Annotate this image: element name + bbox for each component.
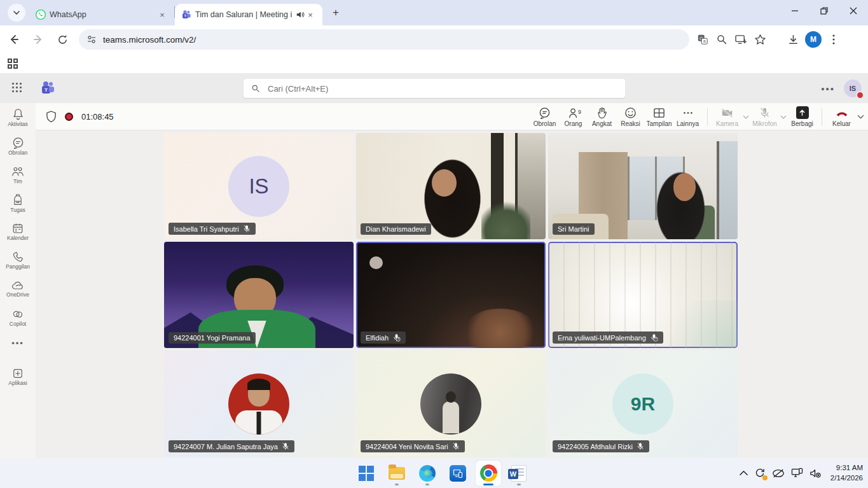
tab-close-icon[interactable]: ×	[305, 9, 316, 20]
window-controls	[780, 0, 868, 22]
edge-button[interactable]	[415, 461, 440, 486]
chat-button[interactable]: Obrolan	[530, 103, 559, 130]
view-label: Tampilan	[646, 120, 672, 127]
chrome-icon	[480, 464, 497, 482]
leave-options-chevron[interactable]	[857, 114, 864, 120]
window-minimize-button[interactable]	[780, 0, 809, 22]
taskbar-clock[interactable]: 9:31 AM 2/14/2026	[830, 463, 863, 483]
browser-toolbar: teams.microsoft.com/v2/ Ga M	[0, 25, 868, 53]
window-close-button[interactable]	[839, 0, 868, 22]
camera-button[interactable]: Kamera	[713, 103, 741, 130]
participant-tile-sri[interactable]: Sri Martini	[548, 133, 738, 239]
sidebar-item-panggilan[interactable]: Panggilan	[0, 246, 36, 275]
sidebar-item-copilot[interactable]: Copilot	[0, 303, 36, 332]
participant-tile-yeni[interactable]: 94224004 Yeni Novita Sari	[356, 351, 546, 457]
mic-status-unknown-icon: ?	[650, 333, 658, 342]
sidebar-item-onedrive[interactable]: OneDrive	[0, 275, 36, 303]
site-settings-icon[interactable]	[86, 34, 97, 45]
participant-tile-afdhalul[interactable]: 9R 94224005 Afdhalul Rizki	[548, 351, 738, 457]
calendar-icon	[12, 223, 24, 234]
bookmark-star-icon[interactable]	[750, 30, 769, 49]
microphone-options-chevron[interactable]	[780, 114, 787, 120]
sidebar-label: Tugas	[10, 207, 25, 213]
sidebar-item-kalender[interactable]: Kalender	[0, 218, 36, 246]
edge-icon	[419, 465, 436, 482]
teams-profile-avatar[interactable]: IS	[844, 80, 862, 97]
sidebar-item-tugas[interactable]: Tugas	[0, 189, 36, 218]
window-restore-button[interactable]	[809, 0, 839, 22]
more-label: Lainnya	[677, 120, 699, 127]
participant-tile-erna[interactable]: Erna yuliwati-UMPalembang ?	[548, 242, 738, 348]
app-launcher-waffle-icon[interactable]	[12, 83, 24, 94]
avatar-initials: IS	[228, 156, 289, 217]
leave-button[interactable]: Keluar	[827, 103, 856, 130]
sidebar-label: Copilot	[10, 321, 26, 327]
browser-menu-kebab-icon[interactable]	[824, 30, 843, 49]
sidebar-item-aktivitas[interactable]: Aktivitas	[0, 103, 36, 132]
avatar-photo	[420, 373, 481, 435]
tab-whatsapp-title: WhatsApp	[50, 10, 153, 19]
teams-search-bar[interactable]	[244, 79, 625, 98]
folder-icon	[389, 467, 405, 480]
participant-tile-julian[interactable]: 94224007 M. Julian Saputra Jaya	[164, 351, 354, 457]
more-button[interactable]: Lainnya	[673, 103, 702, 130]
sidebar-item-obrolan[interactable]: Obrolan	[0, 132, 36, 160]
raise-hand-button[interactable]: Angkat	[588, 103, 616, 130]
people-button[interactable]: 9 Orang	[559, 103, 588, 130]
downloads-icon[interactable]	[783, 30, 803, 49]
tray-chevron-icon[interactable]	[740, 470, 748, 476]
device-app-button[interactable]	[445, 461, 471, 486]
privacy-eye-off-icon[interactable]	[772, 468, 785, 478]
browser-profile-avatar[interactable]: M	[805, 31, 822, 48]
participant-tile-yogi[interactable]: 94224001 Yogi Pramana	[164, 242, 354, 348]
teams-more-menu[interactable]: •••	[821, 83, 835, 94]
audio-muted-icon[interactable]	[809, 468, 822, 478]
microphone-button[interactable]: Mikrofon	[750, 103, 779, 130]
chat-icon	[539, 107, 551, 119]
teams-avatar-initials: IS	[850, 85, 856, 92]
tab-whatsapp[interactable]: WhatsApp ×	[29, 4, 174, 25]
sidebar-item-tim[interactable]: Tim	[0, 160, 36, 189]
camera-options-chevron[interactable]	[743, 114, 749, 120]
teams-sidebar: Aktivitas Obrolan Tim Tugas Kalender Pan…	[0, 103, 36, 458]
participant-tile-elfidiah[interactable]: Elfidiah ?	[356, 242, 546, 348]
tab-search-chevron-icon[interactable]	[8, 4, 25, 22]
tab-close-icon[interactable]: ×	[156, 9, 168, 20]
pc-devices-icon[interactable]	[791, 468, 803, 478]
sidebar-label: Panggilan	[6, 263, 30, 270]
zoom-search-icon[interactable]	[712, 30, 731, 49]
presence-busy-badge	[856, 91, 864, 99]
reactions-button[interactable]: Reaksi	[616, 103, 645, 130]
participant-nametag: 94224001 Yogi Pramana	[169, 332, 256, 344]
chrome-button[interactable]	[476, 461, 501, 486]
file-explorer-button[interactable]	[384, 461, 410, 486]
video-art	[462, 309, 538, 348]
start-button[interactable]	[354, 461, 379, 486]
participant-name: Isabella Tri Syahputri	[174, 225, 239, 233]
view-button[interactable]: Tampilan	[645, 103, 673, 130]
apps-grid-icon[interactable]	[8, 59, 18, 69]
participant-nametag: Isabella Tri Syahputri	[169, 223, 256, 235]
back-button[interactable]	[4, 29, 24, 50]
avatar-initials: 9R	[612, 373, 673, 435]
sync-update-icon[interactable]	[754, 467, 766, 480]
tab-teams-active[interactable]: T Tim dan Saluran | Meeting i ×	[175, 4, 322, 25]
svg-text:?: ?	[655, 338, 657, 341]
install-app-icon[interactable]	[731, 30, 750, 49]
sidebar-item-aplikasi[interactable]: Aplikasi	[0, 363, 36, 391]
participant-grid: IS Isabella Tri Syahputri Dian Kharismad…	[164, 133, 738, 457]
teams-search-input[interactable]	[268, 84, 597, 94]
new-tab-button[interactable]: +	[327, 4, 344, 21]
share-button[interactable]: Berbagi	[788, 103, 816, 130]
url-bar[interactable]: teams.microsoft.com/v2/	[79, 29, 689, 50]
participant-tile-isabella[interactable]: IS Isabella Tri Syahputri	[164, 133, 354, 239]
tab-audio-icon[interactable]	[296, 10, 305, 19]
sidebar-more-button[interactable]: •••	[11, 332, 24, 354]
forward-button[interactable]	[28, 29, 48, 50]
participant-tile-dian[interactable]: Dian Kharismadewi	[356, 133, 546, 239]
reload-button[interactable]	[52, 29, 72, 50]
participant-nametag: Erna yuliwati-UMPalembang ?	[553, 331, 663, 344]
translate-icon[interactable]: Ga	[693, 30, 712, 49]
word-button[interactable]: W	[506, 461, 532, 486]
security-shield-icon[interactable]	[46, 111, 57, 123]
